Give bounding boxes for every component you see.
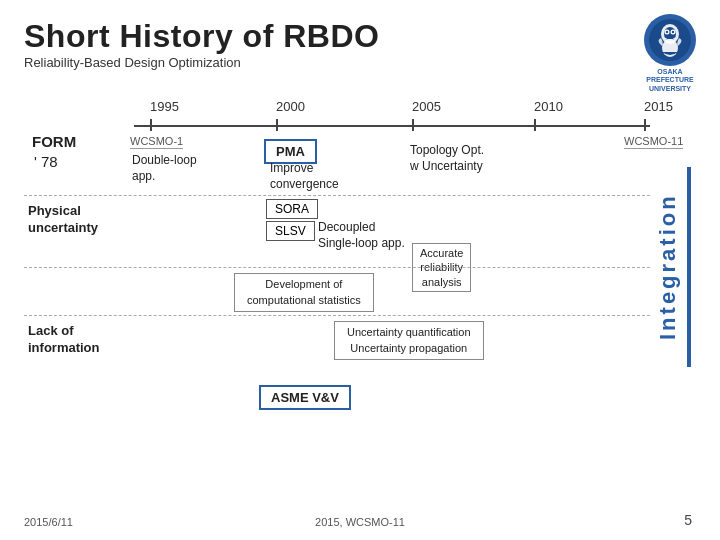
year-row: 1995 2000 2005 2010 2015 <box>134 95 650 117</box>
improve-convergence-text: Improve convergence <box>270 161 339 192</box>
tick-2010 <box>534 119 536 131</box>
logo-circle <box>644 14 696 66</box>
sora-box: SORA <box>266 199 318 219</box>
footer-conference: 2015, WCSMO-11 <box>315 516 405 528</box>
page: Short History of RBDO Reliability-Based … <box>0 0 720 540</box>
year-1995: 1995 <box>150 99 179 114</box>
double-loop-text: Double-loop app. <box>132 153 197 184</box>
subtitle-text: Reliability-Based Design Optimization <box>24 55 379 70</box>
dashed-line-2 <box>24 267 650 268</box>
topology-text: Topology Opt. w Uncertainty <box>410 143 484 174</box>
lack-of-information-label: Lack of information <box>28 323 100 357</box>
wcsmo1-tag: WCSMO-1 <box>130 131 183 149</box>
year-2010: 2010 <box>534 99 563 114</box>
svg-point-5 <box>666 31 668 33</box>
year-2015: 2015 <box>644 99 673 114</box>
slsv-box: SLSV <box>266 221 315 241</box>
timeline-area: 1995 2000 2005 2010 2015 FORM ' 78 WCSMO… <box>24 95 696 455</box>
title-text: Short History of RBDO <box>24 18 379 55</box>
page-number: 5 <box>684 512 692 528</box>
logo-area: OSAKA PREFECTURE UNIVERSITY <box>644 14 696 93</box>
tick-2000 <box>276 119 278 131</box>
header: Short History of RBDO Reliability-Based … <box>24 18 696 93</box>
dashed-line-1 <box>24 195 650 196</box>
uncertainty-box: Uncertainty quantification Uncertainty p… <box>334 321 484 360</box>
integration-sidebar: Integration <box>650 137 696 397</box>
decoupled-text: Decoupled Single-loop app. <box>318 220 405 251</box>
logo-icon <box>648 18 692 62</box>
form-label: FORM <box>32 133 76 151</box>
year-78-label: ' 78 <box>34 153 58 171</box>
year-2000: 2000 <box>276 99 305 114</box>
dashed-line-3 <box>24 315 650 316</box>
svg-point-6 <box>672 31 674 33</box>
tick-1995 <box>150 119 152 131</box>
integration-label: Integration <box>655 167 691 367</box>
main-title: Short History of RBDO Reliability-Based … <box>24 18 379 78</box>
physical-uncertainty-label: Physical uncertainty <box>28 203 98 237</box>
footer-date: 2015/6/11 <box>24 516 73 528</box>
tick-2015 <box>644 119 646 131</box>
asme-vv-box: ASME V&V <box>259 385 351 410</box>
year-2005: 2005 <box>412 99 441 114</box>
logo-text: OSAKA PREFECTURE UNIVERSITY <box>646 68 693 93</box>
timeline-line <box>134 125 650 127</box>
dev-computational-box: Development of computational statistics <box>234 273 374 312</box>
tick-2005 <box>412 119 414 131</box>
